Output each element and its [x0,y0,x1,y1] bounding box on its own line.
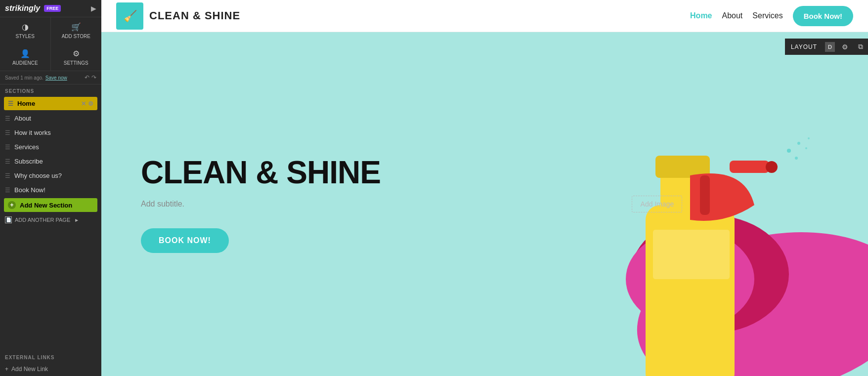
sections-label: SECTIONS [0,84,101,96]
add-image-placeholder[interactable]: Add Image [632,196,683,212]
add-another-page-button[interactable]: 📄 ADD ANOTHER PAGE ► [0,213,101,227]
nav-item-home-gear[interactable]: ⚙ [88,100,93,107]
nav-item-services[interactable]: ☰ Services [0,140,101,154]
nav-item-home-close[interactable]: ✕ [81,100,86,107]
drag-handle-why-choose: ☰ [5,172,10,179]
chevron-right-icon: ► [74,217,79,223]
website-navbar: 🧹 CLEAN & SHINE Home About Services Book… [101,0,868,32]
redo-icon[interactable]: ↷ [91,74,96,81]
brand-name: strikingly [5,4,40,13]
add-store-label: ADD STORE [62,34,90,39]
sidebar-toolbar: ◑ STYLES 🛒 ADD STORE 👤 AUDIENCE ⚙ SETTIN… [0,17,101,71]
free-badge: FREE [44,5,61,12]
page-icon: 📄 [5,216,12,223]
nav-link-home[interactable]: Home [690,11,712,20]
nav-item-home-label: Home [17,100,35,107]
sections-nav: ☰ Home ✕ ⚙ ☰ About ☰ How it works ☰ Serv… [0,96,101,351]
website-logo: 🧹 CLEAN & SHINE [116,2,240,30]
save-info: Saved 1 min ago. Save now ↶ ↷ [0,71,101,84]
nav-item-how-it-works[interactable]: ☰ How it works [0,125,101,140]
nav-item-about[interactable]: ☰ About [0,111,101,125]
settings-label: SETTINGS [64,60,88,66]
saved-text: Saved 1 min ago. [5,75,43,81]
main-preview: 🧹 CLEAN & SHINE Home About Services Book… [101,0,868,376]
website-nav-links: Home About Services Book Now! [690,6,853,26]
hero-cta-button[interactable]: BOOK NOW! [141,228,229,253]
hero-content: CLEAN & SHINE Add subtitle. BOOK NOW! [101,125,420,283]
nav-link-about[interactable]: About [722,11,743,20]
nav-item-how-it-works-label: How it works [14,129,51,136]
logo-svg: 🧹 [120,6,140,26]
collapse-sidebar-icon[interactable]: ▶ [91,4,96,12]
hero-image-area[interactable]: Add Image [446,32,868,376]
styles-label: STYLES [16,34,35,39]
nav-item-services-label: Services [14,143,39,151]
svg-text:🧹: 🧹 [123,9,137,23]
svg-rect-17 [653,230,730,279]
add-new-link-button[interactable]: + Add New Link [0,362,101,376]
svg-point-12 [787,149,791,153]
nav-item-why-choose[interactable]: ☰ Why choose us? [0,168,101,183]
save-now-link[interactable]: Save now [45,75,67,81]
sidebar-header: strikingly FREE ▶ [0,0,101,17]
nav-item-why-choose-label: Why choose us? [14,172,62,179]
add-another-page-label: ADD ANOTHER PAGE [15,217,70,223]
store-icon: 🛒 [71,22,81,32]
layout-bar: LAYOUT D ⚙ ⧉ [785,39,868,55]
hero-section: CLEAN & SHINE Add subtitle. BOOK NOW! Ad… [101,32,868,376]
add-new-section-button[interactable]: + Add New Section [4,198,97,212]
nav-item-book-now-label: Book Now! [14,186,45,194]
add-section-label: Add New Section [20,202,72,209]
book-now-nav-button[interactable]: Book Now! [793,6,853,26]
audience-icon: 👤 [20,49,30,58]
nav-link-services[interactable]: Services [752,11,782,20]
audience-button[interactable]: 👤 AUDIENCE [0,44,51,71]
styles-button[interactable]: ◑ STYLES [0,17,51,44]
layout-gear-icon[interactable]: ⚙ [837,39,853,55]
logo-icon: 🧹 [116,2,143,30]
drag-handle-subscribe: ☰ [5,158,10,165]
nav-item-home-actions: ✕ ⚙ [81,100,93,107]
add-section-plus-icon: + [8,201,16,209]
drag-handle-services: ☰ [5,144,10,151]
nav-item-subscribe-label: Subscribe [14,158,43,165]
add-store-button[interactable]: 🛒 ADD STORE [51,17,102,44]
nav-item-subscribe[interactable]: ☰ Subscribe [0,154,101,168]
svg-point-14 [795,157,798,160]
settings-icon: ⚙ [73,49,80,58]
svg-point-15 [805,147,807,149]
svg-rect-10 [730,161,769,173]
nav-item-home[interactable]: ☰ Home ✕ ⚙ [4,97,97,110]
settings-button[interactable]: ⚙ SETTINGS [51,44,102,71]
website-title: CLEAN & SHINE [149,9,240,22]
undo-icon[interactable]: ↶ [85,74,89,81]
sidebar: strikingly FREE ▶ ◑ STYLES 🛒 ADD STORE 👤… [0,0,101,376]
hero-subtitle[interactable]: Add subtitle. [141,200,381,209]
layout-d-badge[interactable]: D [825,42,835,52]
svg-point-16 [808,137,810,139]
layout-label: LAYOUT [785,40,823,54]
layout-expand-icon[interactable]: ⧉ [853,39,868,55]
svg-rect-9 [700,175,710,215]
add-link-plus-icon: + [5,366,8,373]
styles-icon: ◑ [22,22,29,32]
spray-bottle-illustration [537,32,868,376]
audience-label: AUDIENCE [12,60,38,66]
add-new-link-label: Add New Link [11,366,48,373]
hero-title[interactable]: CLEAN & SHINE [141,155,381,190]
svg-point-13 [797,142,800,145]
svg-point-11 [766,161,778,173]
drag-handle-book-now: ☰ [5,187,10,194]
drag-handle-about: ☰ [5,115,10,122]
nav-item-about-label: About [14,115,31,122]
external-links-label: EXTERNAL LINKS [0,351,101,362]
nav-item-book-now[interactable]: ☰ Book Now! [0,183,101,197]
drag-handle-how-it-works: ☰ [5,129,10,136]
drag-handle-home: ☰ [8,100,13,107]
